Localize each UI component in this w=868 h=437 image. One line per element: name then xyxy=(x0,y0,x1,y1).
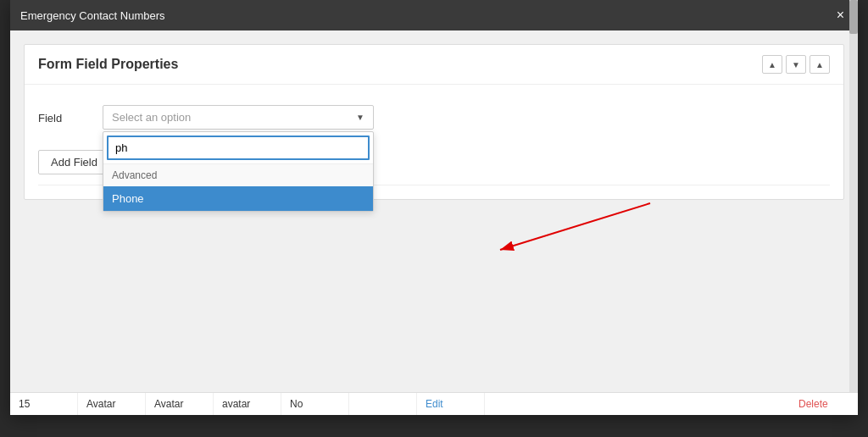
select-option-trigger[interactable]: Select an option ▼ xyxy=(103,105,374,130)
field-form-row: Field Select an option ▼ xyxy=(38,105,830,130)
bottom-cell-avatar1: Avatar xyxy=(78,393,146,415)
section-down-button[interactable]: ▼ xyxy=(786,55,806,74)
bottom-cell-avatar-key: avatar xyxy=(214,393,281,415)
section-up-button[interactable]: ▲ xyxy=(762,55,782,74)
section-header: Form Field Properties ▲ ▼ ▲ xyxy=(25,45,843,85)
field-wrapper: Select an option ▼ Advanced Phon xyxy=(103,105,374,130)
chevron-down-icon: ▼ xyxy=(356,113,364,122)
search-input-wrapper xyxy=(103,132,373,164)
dropdown-panel: Advanced Phone xyxy=(103,131,374,212)
modal-title: Emergency Contact Numbers xyxy=(20,9,165,22)
modal: Emergency Contact Numbers × Form Field P… xyxy=(10,0,858,415)
modal-body: Form Field Properties ▲ ▼ ▲ Field xyxy=(10,30,858,415)
modal-overlay: Emergency Contact Numbers × Form Field P… xyxy=(0,0,868,437)
bottom-cell-delete[interactable]: Delete xyxy=(790,393,858,415)
scrollbar-track[interactable] xyxy=(849,0,858,415)
dropdown-options: Advanced Phone xyxy=(103,164,373,211)
bottom-cell-no: No xyxy=(281,393,349,415)
bottom-table-bar: 15 Avatar Avatar avatar No Edit Delete xyxy=(10,392,858,415)
field-label: Field xyxy=(38,105,89,124)
dropdown-search-input[interactable] xyxy=(107,136,370,160)
dropdown-option-phone[interactable]: Phone xyxy=(103,186,373,211)
section-collapse-button[interactable]: ▲ xyxy=(810,55,830,74)
modal-close-button[interactable]: × xyxy=(833,7,848,24)
bottom-cell-avatar2: Avatar xyxy=(146,393,214,415)
add-field-button[interactable]: Add Field xyxy=(38,150,110,174)
bottom-cell-empty xyxy=(349,393,417,415)
dropdown-group-label: Advanced xyxy=(103,164,373,186)
form-field-properties-card: Form Field Properties ▲ ▼ ▲ Field xyxy=(24,44,844,200)
select-placeholder-text: Select an option xyxy=(112,111,191,124)
bottom-cell-edit[interactable]: Edit xyxy=(417,393,485,415)
section-title: Form Field Properties xyxy=(38,57,178,72)
section-controls: ▲ ▼ ▲ xyxy=(762,55,830,74)
section-body: Field Select an option ▼ xyxy=(25,85,843,199)
scrollbar-thumb[interactable] xyxy=(849,0,858,34)
modal-header: Emergency Contact Numbers × xyxy=(10,0,858,30)
bottom-cell-15: 15 xyxy=(10,393,78,415)
